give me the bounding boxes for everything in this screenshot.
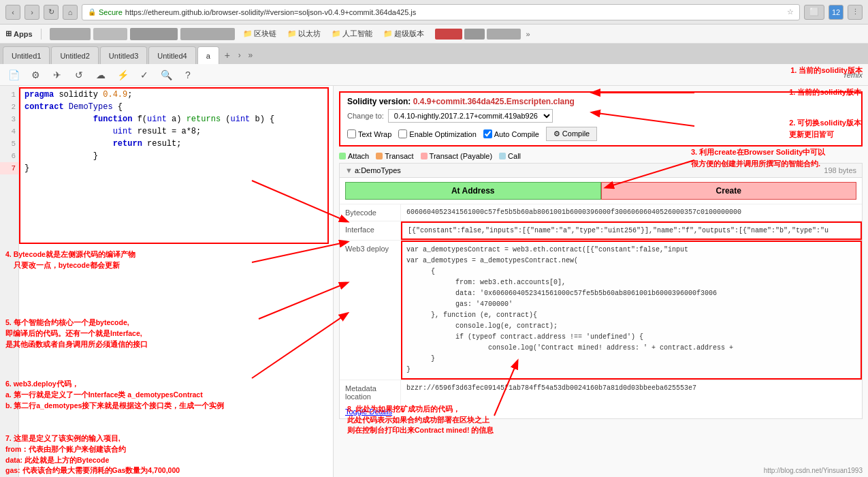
returns-kw: returns <box>187 114 221 124</box>
enable-opt-option[interactable]: Enable Optimization <box>398 129 476 138</box>
extension-count[interactable]: 12 <box>829 5 843 20</box>
apps-label: Apps <box>14 30 33 38</box>
attach-dot <box>339 153 346 159</box>
web3-line-9: if (typeof contract.address !== 'undefin… <box>406 332 856 343</box>
line-numbers: 1 2 3 4 5 6 7 <box>0 86 19 477</box>
toolbar-flash-icon[interactable]: ⚡ <box>114 67 131 83</box>
tab-untitled1[interactable]: Untitled1 <box>3 46 50 64</box>
legend-attach: Attach <box>339 152 369 160</box>
bookmark-blockchain[interactable]: 📁 区块链 <box>240 27 279 40</box>
solidity-version-box: Solidity version: 0.4.9+commit.364da425.… <box>339 91 863 147</box>
bytecode-value: 6060604052341561000c57fe5b5b60ab8061001b… <box>401 204 862 221</box>
transact-payable-dot <box>421 153 428 159</box>
tabs-bar: Untitled1 Untitled2 Untitled3 Untitled4 … <box>0 44 868 64</box>
metadata-value: bzzr://6596f3d63fec09145f1ab784ff54a53db… <box>401 380 862 405</box>
auto-compile-option[interactable]: Auto Compile <box>483 129 539 138</box>
more-bookmarks[interactable]: » <box>526 30 530 38</box>
solidity-version-value: 0.4.9+commit.364da425.Emscripten.clang <box>413 97 575 106</box>
folder-icon-4: 📁 <box>383 29 393 38</box>
folder-icon-3: 📁 <box>332 29 341 38</box>
address-bar[interactable]: 🔒 Secure https://ethereum.github.io/brow… <box>82 4 800 20</box>
web3-line-6: gas: '4700000' <box>406 299 856 310</box>
bookmark-super[interactable]: 📁 超级版本 <box>381 27 427 40</box>
at-address-button[interactable]: At Address <box>345 182 601 200</box>
options-row: Text Wrap Enable Optimization Auto Compi… <box>347 127 854 141</box>
uint-type: uint <box>147 114 167 124</box>
interface-value: [{"constant":false,"inputs":[{"name":"a"… <box>401 221 862 240</box>
transact-dot <box>376 153 383 159</box>
code-line-6: } <box>25 150 327 162</box>
forward-button[interactable]: › <box>25 5 39 20</box>
url-text: https://ethereum.github.io/browser-solid… <box>125 8 416 16</box>
toolbar-send-icon[interactable]: ✈ <box>49 67 65 83</box>
metadata-content: Metadata location bzzr://6596f3d63fec091… <box>340 380 862 405</box>
apps-icon: ⊞ <box>5 29 12 38</box>
menu-button[interactable]: ⋮ <box>848 5 863 20</box>
auto-compile-checkbox[interactable] <box>483 129 492 138</box>
bytecode-row: Bytecode 6060604052341561000c57fe5b5b60a… <box>340 204 862 221</box>
home-button[interactable]: ⌂ <box>63 5 78 20</box>
toolbar-search-icon[interactable]: 🔍 <box>158 67 174 83</box>
legend-transact: Transact <box>376 152 413 160</box>
right-panel: 1. 当前的solidity版本 Solidity version: 0.4.9… <box>334 86 868 477</box>
bottom-url: http://blog.csdn.net/Yinsuan1993 <box>764 467 863 474</box>
bookmark-label-2: 以太坊 <box>298 29 321 39</box>
web3-line-5: data: '0x6060604052341561000c57fe5b5b60a… <box>406 288 856 299</box>
web3-line-12: } <box>406 365 856 375</box>
code-panel: 1 2 3 4 5 6 7 pragma solidity 0.4.9; con… <box>0 86 334 477</box>
web3-label: Web3 deploy <box>340 241 401 380</box>
extensions-button[interactable]: ⬜ <box>804 5 824 20</box>
back-button[interactable]: ‹ <box>5 5 20 20</box>
browser-bar: ‹ › ↻ ⌂ 🔒 Secure https://ethereum.github… <box>0 0 868 25</box>
text-wrap-checkbox[interactable] <box>347 129 356 138</box>
tab-add-button[interactable]: + <box>221 46 234 64</box>
annotation-8: 8. 此处为如果挖矿成功后的代码， 此处代码表示如果合约成功部署在区块之上 则在… <box>347 404 497 436</box>
tab-overflow-button[interactable]: » <box>245 46 256 64</box>
line-num-1: 1 <box>0 89 18 101</box>
toolbar-history-icon[interactable]: ↺ <box>71 67 87 83</box>
folder-icon: 📁 <box>243 29 253 38</box>
toolbar-settings-icon[interactable]: ⚙ <box>27 67 44 83</box>
tab-a[interactable]: a <box>197 46 219 64</box>
reload-button[interactable]: ↻ <box>44 5 59 20</box>
interface-label: Interface <box>340 221 401 240</box>
bookmark-ai[interactable]: 📁 人工智能 <box>329 27 375 40</box>
legend-call: Call <box>499 152 521 160</box>
annotation-3-text: 3. 利用create在Browser Solidity中可以很方便的创建并调用… <box>691 147 861 169</box>
bookmark-star-icon[interactable]: ☆ <box>787 7 794 16</box>
tab-label-2: Untitled2 <box>60 52 89 60</box>
version-select[interactable]: 0.4.10-nightly.2017.2.17+commit.419ab926 <box>388 109 553 123</box>
line-num-5: 5 <box>0 138 18 150</box>
apps-bookmark[interactable]: ⊞ Apps <box>5 29 33 38</box>
text-wrap-option[interactable]: Text Wrap <box>347 129 391 138</box>
tab-next-button[interactable]: › <box>234 46 245 64</box>
transact-label: Transact <box>385 152 413 160</box>
web3-line-1: var a_demotypesContract = web3.eth.contr… <box>406 245 856 256</box>
code-editor[interactable]: 1 2 3 4 5 6 7 pragma solidity 0.4.9; con… <box>0 86 333 477</box>
line-num-3: 3 <box>0 113 18 125</box>
toolbar-check-icon[interactable]: ✓ <box>136 67 152 83</box>
code-content[interactable]: pragma solidity 0.4.9; contract DemoType… <box>19 86 333 477</box>
create-button[interactable]: Create <box>601 182 857 200</box>
bookmark-ethereum[interactable]: 📁 以太坊 <box>285 27 323 40</box>
web3-line-2: var a_demotypes = a_demotypesContract.ne… <box>406 256 856 266</box>
web3-line-8: console.log(e, contract); <box>406 321 856 332</box>
bytecode-label: Bytecode <box>340 204 401 221</box>
annotation-1-text: 1. 当前的solidity版本 <box>789 87 861 97</box>
toolbar-cloud-icon[interactable]: ☁ <box>93 67 109 83</box>
annotation-5: 5. 每个智能合约核心一个是bytecode, 即编译后的代码。还有一个就是In… <box>5 318 251 350</box>
tab-untitled3[interactable]: Untitled3 <box>100 46 147 64</box>
toolbar-help-icon[interactable]: ? <box>180 67 196 83</box>
bookmark-label-3: 人工智能 <box>342 29 372 39</box>
web3-line-4: from: web3.eth.accounts[0], <box>406 277 856 288</box>
remix-toolbar: 📄 ⚙ ✈ ↺ ☁ ⚡ ✓ 🔍 ? remix <box>0 64 868 86</box>
tab-untitled4[interactable]: Untitled4 <box>148 46 195 64</box>
line-num-6: 6 <box>0 150 18 162</box>
enable-opt-checkbox[interactable] <box>398 129 407 138</box>
uint-type-2: uint <box>231 114 251 124</box>
main-content: 1 2 3 4 5 6 7 pragma solidity 0.4.9; con… <box>0 86 868 477</box>
tab-untitled2[interactable]: Untitled2 <box>51 46 98 64</box>
compile-button[interactable]: ⚙ Compile <box>546 127 597 141</box>
toolbar-file-icon[interactable]: 📄 <box>5 67 22 83</box>
tab-label-3: Untitled3 <box>109 52 138 60</box>
